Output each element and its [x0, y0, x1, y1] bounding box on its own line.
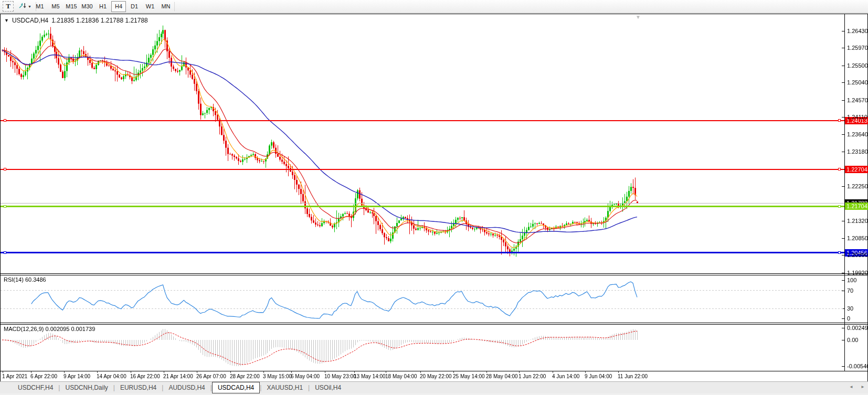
timeframe-button-mn[interactable]: MN [158, 1, 173, 12]
toolbar: T ▼ M1M5M15M30H1H4D1W1MN [0, 0, 868, 13]
chevron-down-icon: ▼ [28, 5, 31, 8]
timeframe-button-m30[interactable]: M30 [80, 1, 94, 12]
price-axis[interactable] [844, 14, 868, 371]
tab-audusd-h4[interactable]: AUDUSD,H4 [163, 382, 210, 393]
arrows-tool-button[interactable]: ▼ [16, 1, 34, 12]
timeframe-button-m15[interactable]: M15 [64, 1, 79, 12]
chart-menu-icon[interactable]: ▼ [4, 18, 9, 23]
chart-ohlc-values: 1.21835 1.21836 1.21788 1.21788 [51, 17, 148, 24]
timeframe-button-h1[interactable]: H1 [96, 1, 110, 12]
timeframe-button-m5[interactable]: M5 [48, 1, 63, 12]
chart-canvas[interactable] [0, 14, 868, 376]
tab-usdcad-h4[interactable]: USDCAD,H4 [212, 382, 260, 393]
tab-usoil-h4[interactable]: USOil,H4 [310, 382, 346, 393]
tab-usdchf-h4[interactable]: USDCHF,H4 [13, 382, 58, 393]
tab-xauusd-h1[interactable]: XAUUSD,H1 [261, 382, 308, 393]
timeframe-button-w1[interactable]: W1 [143, 1, 157, 12]
tab-usdcnh-daily[interactable]: USDCNH,Daily [60, 382, 113, 393]
tab-scroll-right-icon[interactable]: ► [861, 385, 865, 389]
timeframe-button-d1[interactable]: D1 [127, 1, 142, 12]
chart-title: ▼ USDCAD,H4 1.21835 1.21836 1.21788 1.21… [4, 17, 148, 24]
mt4-workspace: T ▼ M1M5M15M30H1H4D1W1MN ▼ USDCAD,H4 1.2… [0, 0, 868, 395]
chart-symbol-period: USDCAD,H4 [12, 17, 48, 24]
arrows-icon [18, 2, 26, 11]
chart-tab-bar: USDCHF,H4|USDCNH,Daily|EURUSD,H4|AUDUSD,… [0, 381, 868, 393]
time-axis[interactable] [0, 371, 844, 381]
tab-eurusd-h4[interactable]: EURUSD,H4 [115, 382, 162, 393]
text-tool-button[interactable]: T [3, 1, 14, 12]
rsi-indicator-label: RSI(14) 60.3486 [4, 276, 46, 283]
timeframe-button-m1[interactable]: M1 [33, 1, 47, 12]
toolbar-grip [174, 2, 175, 11]
timeframe-button-h4[interactable]: H4 [111, 1, 126, 12]
chart-shift-marker-icon[interactable]: ▼ [636, 14, 641, 20]
macd-indicator-label: MACD(12,26,9) 0.002095 0.001739 [4, 326, 95, 332]
tab-scroll-left-icon[interactable]: ◄ [849, 385, 853, 389]
